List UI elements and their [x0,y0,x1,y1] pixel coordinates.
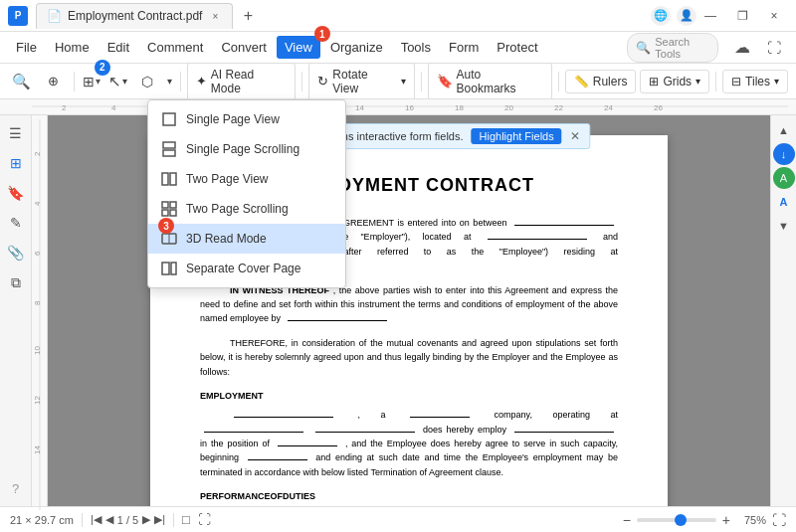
sidebar-hand-tool[interactable]: ☰ [2,119,30,147]
menu-edit[interactable]: Edit [100,36,137,59]
view-options-button[interactable]: ⊞ ▾ 2 [81,68,102,95]
cloud-upload-icon[interactable]: ☁ [728,38,756,58]
menu-protect[interactable]: Protect [489,36,545,59]
right-scroll-down[interactable]: ▼ [773,215,795,237]
toolbar-separator-6 [715,72,716,91]
tiles-arrow: ▾ [774,76,779,87]
last-page-button[interactable]: ▶| [154,513,165,526]
rotate-view-button[interactable]: ↻ Rotate View ▾ [308,63,414,100]
single-page-icon [160,110,178,128]
single-page-view-item[interactable]: Single Page View [148,104,345,134]
main-area: ☰ ⊞ 🔖 ✎ 📎 ⧉ ? 2 4 6 8 10 12 14 This docu… [0,115,796,506]
two-page-view-item[interactable]: Two Page View [148,164,345,194]
menu-comment[interactable]: Comment [139,36,211,59]
next-page-button[interactable]: ▶ [142,513,150,526]
menu-tools[interactable]: Tools [393,36,439,59]
svg-rect-22 [163,113,175,125]
info-bar-close-button[interactable]: ✕ [570,129,580,143]
stamp-dropdown[interactable]: ▾ [165,68,174,95]
svg-text:2: 2 [33,151,42,156]
zoom-slider[interactable] [637,518,716,522]
svg-rect-28 [170,202,176,208]
duties-section-title: PERFORMANCEOFDUTIES [200,489,618,503]
sidebar-layers[interactable]: ⧉ [2,268,30,296]
stamp-tool-button[interactable]: ⬡ [133,68,161,95]
search-tool-button[interactable]: 🔍 [8,68,36,95]
grid-icon: ⊞ [649,75,659,89]
ai-read-mode-button[interactable]: ✦ AI Read Mode [187,63,297,100]
right-action-2[interactable]: A [773,167,795,189]
toolbar-separator-5 [558,72,559,91]
svg-text:10: 10 [33,346,42,355]
two-page-scrolling-item[interactable]: Two Page Scrolling [148,194,345,224]
cover-page-icon [160,260,178,277]
svg-rect-30 [170,210,176,216]
tab-close-button[interactable]: × [208,9,222,23]
grids-button[interactable]: ⊞ Grids ▾ [640,70,709,93]
toolbar-separator-4 [421,72,422,91]
maximize-button[interactable]: ❐ [728,6,756,26]
zoom-in-button[interactable]: ⊕ [40,68,68,95]
rulers-button[interactable]: 📏 Rulers [565,70,637,93]
fullscreen-button[interactable]: ⛶ [772,512,786,528]
app-logo: P [8,6,28,26]
view-dropdown-menu: Single Page View Single Page Scrolling T… [147,99,346,288]
menu-file[interactable]: File [8,36,45,59]
page-info: 1 / 5 [117,514,138,526]
menu-home[interactable]: Home [47,36,98,59]
prev-page-button-2[interactable]: ◀ [105,513,113,526]
view-icon: ⊞ [83,74,95,89]
tab-file-icon: 📄 [47,9,62,23]
minimize-button[interactable]: — [696,6,724,26]
menu-organize[interactable]: Organize [322,36,391,59]
sidebar-annotation[interactable]: ✎ [2,209,30,237]
profile-icon-2[interactable]: 👤 [677,6,696,26]
new-tab-button[interactable]: + [237,5,259,27]
profile-icon-1[interactable]: 🌐 [651,6,671,26]
stamp-arrow-icon: ▾ [167,76,172,87]
left-sidebar: ☰ ⊞ 🔖 ✎ 📎 ⧉ ? [0,115,32,506]
svg-text:26: 26 [654,103,663,112]
view-badge: 1 [314,26,330,42]
single-page-scrolling-item[interactable]: Single Page Scrolling [148,134,345,164]
svg-text:4: 4 [33,201,42,206]
document-tab[interactable]: 📄 Employment Contract.pdf × [36,3,233,29]
horizontal-ruler: 2 4 6 8 10 12 14 16 18 20 22 24 26 [0,99,796,115]
ai-icon: ✦ [196,74,207,89]
vertical-ruler: 2 4 6 8 10 12 14 [32,115,48,506]
sidebar-attachment[interactable]: 📎 [2,239,30,266]
menu-form[interactable]: Form [441,36,487,59]
svg-rect-23 [163,142,175,148]
status-bar: 21 × 29.7 cm |◀ ◀ 1 / 5 ▶ ▶| □ ⛶ − + 75%… [0,506,796,532]
svg-text:22: 22 [554,103,563,112]
right-sidebar: ▲ ↓ A A ▼ [770,115,796,506]
sidebar-help[interactable]: ? [2,474,30,502]
sidebar-bookmark[interactable]: 🔖 [2,179,30,207]
toolbar-separator-1 [74,72,75,91]
3d-read-mode-item[interactable]: 3D Read Mode 3 [148,224,345,254]
menu-convert[interactable]: Convert [213,36,275,59]
svg-rect-33 [162,263,169,274]
prev-page-button[interactable]: |◀ [91,513,101,526]
toolbar: 🔍 ⊕ ⊞ ▾ 2 ↖ ▾ ⬡ ▾ ✦ AI Read Mode ↻ Rotat… [0,64,796,99]
menu-view[interactable]: View 1 [277,36,320,59]
expand-icon[interactable]: ⛶ [760,38,788,58]
close-button[interactable]: × [760,6,788,26]
cursor-tool-button[interactable]: ↖ ▾ [106,68,129,95]
sidebar-view-button[interactable]: ⊞ [2,149,30,177]
highlight-fields-button[interactable]: Highlight Fields [472,128,562,144]
right-action-1[interactable]: ↓ [773,143,795,165]
tiles-button[interactable]: ⊟ Tiles ▾ [722,70,788,93]
right-action-3[interactable]: A [773,191,795,213]
search-tools[interactable]: 🔍 Search Tools [627,33,718,63]
svg-rect-25 [162,173,168,185]
right-scroll-up[interactable]: ▲ [773,119,795,141]
zoom-in-button-status[interactable]: + [722,512,730,528]
svg-text:6: 6 [33,251,42,256]
svg-text:2: 2 [62,103,67,112]
auto-bookmarks-button[interactable]: 🔖 Auto Bookmarks [428,63,552,100]
page-dimensions: 21 × 29.7 cm [10,514,74,526]
zoom-out-button[interactable]: − [623,512,631,528]
title-bar: P 📄 Employment Contract.pdf × + 🌐 👤 — ❐ … [0,0,796,32]
separate-cover-page-item[interactable]: Separate Cover Page [148,254,345,283]
